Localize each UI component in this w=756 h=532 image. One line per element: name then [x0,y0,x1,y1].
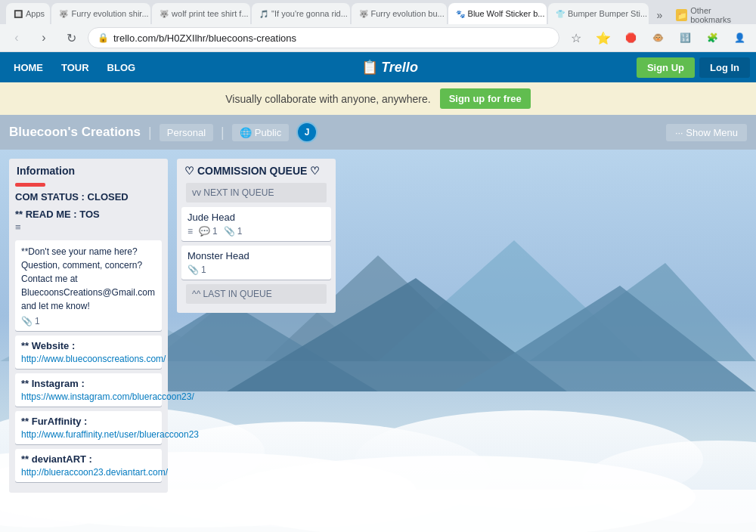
read-me-section: ** READ ME : TOS ≡ [15,209,162,233]
board-content: Information COM STATUS : CLOSED ** READ … [0,150,756,532]
ext2-icon[interactable]: 🔢 [674,27,696,48]
personal-button[interactable]: Personal [160,124,213,141]
furaffinity-title: ** FurAffinity : [21,416,156,427]
jude-head-footer: ≡ 💬 1 📎 1 [187,226,325,237]
tab-bumper-label: Bumper Bumper Sti... [568,9,647,18]
deviantart-url[interactable]: http://blueraccoon23.deviantart.com/ [21,467,168,478]
commission-queue-list: ♡ COMMISSION QUEUE ♡ vv NEXT IN QUEUE Ju… [177,159,336,313]
nav-left: HOME TOUR BLOG [6,57,143,78]
extensions-button[interactable]: ⭐ [593,27,614,48]
trello-nav: HOME TOUR BLOG 📋 Trello Sign Up Log In [0,52,756,82]
url-text: trello.com/b/H0ZXIlhr/bluecoons-creation… [113,32,550,44]
nav-blog[interactable]: BLOG [100,57,144,78]
furaffinity-card[interactable]: ** FurAffinity : http://www.furaffinity.… [15,411,162,444]
lock-icon: 🔒 [98,32,109,43]
tab-music-favicon: 🎵 [259,10,268,18]
last-in-queue-banner: ^^ LAST IN QUEUE [186,284,327,304]
nav-right: Sign Up Log In [637,57,750,78]
board-background: Information COM STATUS : CLOSED ** READ … [0,150,756,532]
tab-furry2[interactable]: 🐺 Furry evolution bu... [352,3,447,24]
tab-wolf-favicon: 🐺 [160,10,169,18]
jude-head-title: Jude Head [187,212,325,223]
website-card[interactable]: ** Website : http://www.bluecoonscreatio… [15,336,162,369]
tab-bumper-favicon: 👕 [556,10,565,18]
refresh-button[interactable]: ↻ [60,27,82,48]
apps-favicon: 🔲 [14,10,23,18]
contact-card[interactable]: **Don't see your name here? Question, co… [15,240,162,331]
commission-queue-cards: vv NEXT IN QUEUE Jude Head ≡ 💬 1 [177,183,336,313]
public-button[interactable]: 🌐 Public [232,124,289,141]
clip-count: 1 [35,316,40,326]
website-url[interactable]: http://www.bluecoonscreations.com/ [21,354,166,364]
tab-music[interactable]: 🎵 "If you're gonna rid... [252,3,349,24]
tab-furry2-label: Furry evolution bu... [371,9,445,18]
instagram-url[interactable]: https://www.instagram.com/blueraccoon23/ [21,391,194,402]
jude-clip-badge: 📎 1 [224,226,243,237]
tab-apps-label: Apps [26,9,45,18]
com-status: COM STATUS : CLOSED [15,191,162,203]
commission-queue-header: ♡ COMMISSION QUEUE ♡ [177,159,336,183]
board-header: Bluecoon's Creations | Personal | 🌐 Publ… [0,115,756,150]
nav-home[interactable]: HOME [6,57,51,78]
forward-button[interactable]: › [33,27,54,48]
info-list-header: Information [9,159,168,183]
clip-icon: 📎 [21,316,33,326]
banner-text: Visually collaborate with anyone, anywhe… [225,93,430,105]
deviantart-card[interactable]: ** deviantART : http://blueraccoon23.dev… [15,449,162,482]
adblock-icon[interactable]: 🛑 [620,27,641,48]
comment-icon: 💬 [199,226,210,237]
profile-button[interactable]: 👤 [729,27,750,48]
ext3-icon[interactable]: 🧩 [702,27,723,48]
contact-text: **Don't see your name here? Question, co… [21,245,156,313]
trello-logo-icon: 📋 [361,59,378,76]
monster-head-card[interactable]: Monster Head 📎 1 [181,246,331,280]
browser-toolbar: ‹ › ↻ 🔒 trello.com/b/H0ZXIlhr/bluecoons-… [0,24,756,51]
nav-tour[interactable]: TOUR [54,57,97,78]
board-title: Bluecoon's Creations [9,125,141,140]
show-menu-button[interactable]: ··· Show Menu [666,124,747,141]
back-button[interactable]: ‹ [6,27,27,48]
instagram-card[interactable]: ** Instagram : https://www.instagram.com… [15,373,162,407]
deviantart-title: ** deviantART : [21,453,156,465]
globe-icon: 🌐 [240,127,252,138]
tampermonkey-icon[interactable]: 🐵 [647,27,668,48]
furaffinity-url[interactable]: http://www.furaffinity.net/user/blueracc… [21,429,199,440]
monster-head-title: Monster Head [187,250,325,261]
jude-comment-badge: 💬 1 [199,226,218,237]
board-avatar[interactable]: J [296,122,318,143]
monster-clip-count: 1 [201,264,206,275]
read-me-title: ** READ ME : TOS [15,209,162,220]
tab-bumper[interactable]: 👕 Bumper Bumper Sti... [548,3,649,24]
tab-furry1-favicon: 🐺 [59,10,68,18]
menu-lines-icon: ≡ [187,226,193,237]
tab-blue-wolf[interactable]: 🐾 Blue Wolf Sticker b... [448,3,547,24]
bookmarks-label: Other bookmarks [690,6,750,24]
jude-head-card[interactable]: Jude Head ≡ 💬 1 📎 [181,207,331,241]
instagram-title: ** Instagram : [21,378,156,389]
read-me-icon: ≡ [15,221,162,233]
login-button[interactable]: Log In [699,57,750,78]
next-in-queue-banner: vv NEXT IN QUEUE [186,183,327,203]
public-label: Public [255,127,281,138]
clip-icon2: 📎 [224,226,235,237]
more-tabs-button[interactable]: » [650,6,668,24]
tab-music-label: "If you're gonna rid... [271,9,348,18]
tab-blue-wolf-favicon: 🐾 [456,10,465,18]
trello-logo-text: 📋 Trello [361,59,418,76]
tab-furry1[interactable]: 🐺 Furry evolution shir... [51,3,150,24]
website-title: ** Website : [21,340,156,351]
tab-apps[interactable]: 🔲 Apps [6,3,50,24]
trello-logo: 📋 Trello [143,59,637,76]
tab-furry2-favicon: 🐺 [359,10,368,18]
address-bar[interactable]: 🔒 trello.com/b/H0ZXIlhr/bluecoons-creati… [88,27,559,48]
bookmark-button[interactable]: ☆ [565,27,587,48]
trello-logo-label: Trello [381,60,418,76]
board-header-right: ··· Show Menu [666,124,747,141]
tab-wolf[interactable]: 🐺 wolf print tee shirt f... [152,3,250,24]
jude-menu-badge: ≡ [187,226,193,237]
signup-button[interactable]: Sign Up [637,57,695,78]
tab-wolf-label: wolf print tee shirt f... [172,9,248,18]
browser-tabs: 🔲 Apps 🐺 Furry evolution shir... 🐺 wolf … [0,0,756,24]
header-divider2: | [221,125,225,141]
signup-free-button[interactable]: Sign up for free [440,88,531,109]
